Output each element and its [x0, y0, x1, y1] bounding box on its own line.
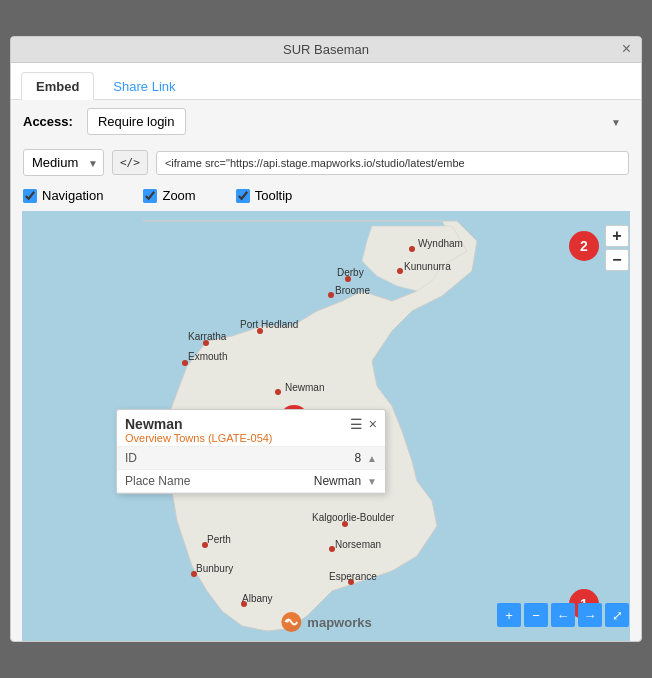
popup-header-right: ☰ × — [350, 416, 377, 432]
tabs-row: Embed Share Link — [11, 63, 641, 100]
window-title: SUR Baseman — [283, 42, 369, 57]
svg-text:Port Hedland: Port Hedland — [240, 319, 298, 330]
svg-point-1 — [409, 246, 415, 252]
nav-zoom-out-button[interactable]: − — [524, 603, 548, 627]
size-select[interactable]: Small Medium Large Custom — [23, 149, 104, 176]
zoom-checkbox[interactable] — [143, 189, 157, 203]
embed-code-display: <iframe src="https://api.stage.mapworks.… — [156, 151, 629, 175]
svg-point-2 — [397, 268, 403, 274]
zoom-out-button[interactable]: − — [605, 249, 629, 271]
popup-id-label: ID — [125, 451, 137, 465]
popup-row-place: Place Name Newman ▼ — [117, 470, 385, 493]
popup-arrow-up: ▲ — [367, 453, 377, 464]
popup-header: Newman Overview Towns (LGATE-054) ☰ × — [117, 410, 385, 447]
svg-text:Perth: Perth — [207, 534, 231, 545]
svg-point-30 — [286, 620, 289, 623]
zoom-controls: + − — [605, 225, 629, 271]
navigation-checkbox-item[interactable]: Navigation — [23, 188, 103, 203]
nav-left-button[interactable]: ← — [551, 603, 575, 627]
popup-place-label: Place Name — [125, 474, 190, 488]
popup-id-value: 8 — [354, 451, 361, 465]
popup-title-group: Newman Overview Towns (LGATE-054) — [125, 416, 273, 444]
tab-share-link[interactable]: Share Link — [98, 72, 190, 100]
popup-close-button[interactable]: × — [369, 416, 377, 432]
popup-subtitle: Overview Towns (LGATE-054) — [125, 432, 273, 444]
svg-text:Albany: Albany — [242, 593, 273, 604]
access-select-wrapper: Require login Public Private — [87, 108, 629, 135]
embed-row: Small Medium Large Custom </> <iframe sr… — [11, 143, 641, 182]
access-label: Access: — [23, 114, 73, 129]
svg-text:Kununurra: Kununurra — [404, 261, 451, 272]
popup-place-value: Newman — [314, 474, 361, 488]
zoom-in-button[interactable]: + — [605, 225, 629, 247]
svg-text:Karratha: Karratha — [188, 331, 227, 342]
modal: SUR Baseman × Embed Share Link Access: R… — [10, 36, 642, 642]
nav-right-button[interactable]: → — [578, 603, 602, 627]
svg-text:Kalgoorlie-Boulder: Kalgoorlie-Boulder — [312, 512, 395, 523]
tooltip-label: Tooltip — [255, 188, 293, 203]
svg-text:Broome: Broome — [335, 285, 370, 296]
size-select-wrapper: Small Medium Large Custom — [23, 149, 104, 176]
close-button[interactable]: × — [622, 41, 631, 57]
navigation-checkbox[interactable] — [23, 189, 37, 203]
svg-text:Wyndham: Wyndham — [418, 238, 463, 249]
badge-2: 2 — [569, 231, 599, 261]
title-bar: SUR Baseman × — [11, 37, 641, 63]
zoom-label: Zoom — [162, 188, 195, 203]
tooltip-checkbox[interactable] — [236, 189, 250, 203]
svg-text:Newman: Newman — [285, 382, 324, 393]
tab-embed[interactable]: Embed — [21, 72, 94, 100]
map-area[interactable]: Wyndham Kununurra Derby Broome Port Hedl… — [11, 211, 641, 641]
popup-arrow-down: ▼ — [367, 476, 377, 487]
mapworks-logo-icon — [280, 611, 302, 633]
zoom-checkbox-item[interactable]: Zoom — [143, 188, 195, 203]
map-popup: Newman Overview Towns (LGATE-054) ☰ × ID… — [116, 409, 386, 494]
nav-zoom-in-button[interactable]: + — [497, 603, 521, 627]
svg-text:Norseman: Norseman — [335, 539, 381, 550]
access-row: Access: Require login Public Private — [11, 100, 641, 143]
mapworks-logo-text: mapworks — [307, 615, 371, 630]
mapworks-logo: mapworks — [280, 611, 371, 633]
popup-menu-button[interactable]: ☰ — [350, 416, 363, 432]
svg-text:Derby: Derby — [337, 267, 364, 278]
svg-point-4 — [328, 292, 334, 298]
access-select[interactable]: Require login Public Private — [87, 108, 186, 135]
navigation-label: Navigation — [42, 188, 103, 203]
checkboxes-row: Navigation Zoom Tooltip — [11, 182, 641, 211]
svg-text:Esperance: Esperance — [329, 571, 377, 582]
svg-text:Exmouth: Exmouth — [188, 351, 227, 362]
code-button[interactable]: </> — [112, 150, 148, 175]
tooltip-checkbox-item[interactable]: Tooltip — [236, 188, 293, 203]
svg-text:Bunbury: Bunbury — [196, 563, 233, 574]
popup-row-id: ID 8 ▲ — [117, 447, 385, 470]
nav-fullscreen-button[interactable]: ⤢ — [605, 603, 629, 627]
popup-title: Newman — [125, 416, 273, 432]
svg-point-8 — [275, 389, 281, 395]
nav-toolbar: + − ← → ⤢ — [497, 603, 629, 627]
